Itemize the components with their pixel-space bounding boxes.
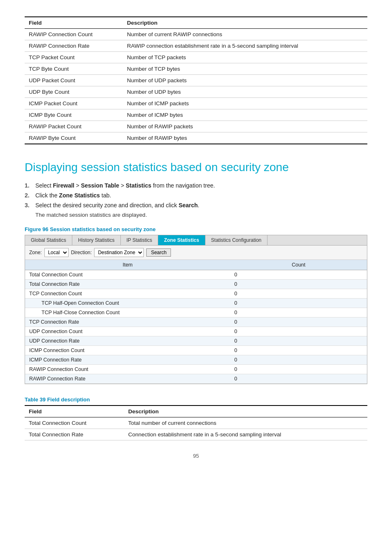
desc-cell: Number of RAWIP bytes — [123, 132, 367, 144]
table-row: ICMP Byte CountNumber of ICMP bytes — [25, 109, 367, 121]
stats-item-label: TCP Connection Rate — [25, 317, 230, 327]
col-description: Description — [123, 17, 367, 29]
field-cell: Total Connection Rate — [25, 429, 124, 440]
field-cell: TCP Packet Count — [25, 52, 123, 63]
field-cell: ICMP Byte Count — [25, 109, 123, 121]
desc-cell: Number of TCP bytes — [123, 63, 367, 75]
stats-row: TCP Connection Rate0 — [25, 317, 367, 327]
col-field: Field — [25, 17, 123, 29]
field-cell: UDP Packet Count — [25, 75, 123, 86]
table39-caption: Table 39 Field description — [25, 396, 367, 403]
stats-row: UDP Connection Rate0 — [25, 336, 367, 346]
tab-statistics-configuration[interactable]: Statistics Configuration — [205, 235, 268, 245]
tab-ip-statistics[interactable]: IP Statistics — [121, 235, 158, 245]
desc-cell: Number of RAWIP packets — [123, 121, 367, 132]
stats-row: RAWIP Connection Rate0 — [25, 374, 367, 384]
table-row: UDP Byte CountNumber of UDP bytes — [25, 86, 367, 98]
table39: Field Description Total Connection Count… — [25, 405, 367, 440]
table-row: Total Connection CountTotal number of cu… — [25, 417, 367, 429]
table-row: Total Connection RateConnection establis… — [25, 429, 367, 440]
step-2: 2. Click the Zone Statistics tab. — [25, 192, 367, 199]
stats-row: TCP Connection Count0 — [25, 289, 367, 299]
stats-item-label: UDP Connection Rate — [25, 336, 230, 346]
stats-row: UDP Connection Count0 — [25, 327, 367, 336]
zone-select[interactable]: Local — [44, 248, 69, 257]
table-row: RAWIP Packet CountNumber of RAWIP packet… — [25, 121, 367, 132]
stats-item-label: RAWIP Connection Rate — [25, 374, 230, 384]
stats-row: RAWIP Connection Count0 — [25, 365, 367, 374]
stats-row: ICMP Connection Rate0 — [25, 355, 367, 365]
steps-list: 1. Select Firewall > Session Table > Sta… — [25, 182, 367, 218]
tab-history-statistics[interactable]: History Statistics — [72, 235, 121, 245]
field-cell: RAWIP Connection Count — [25, 29, 123, 40]
field-cell: RAWIP Packet Count — [25, 121, 123, 132]
stats-item-label: RAWIP Connection Count — [25, 365, 230, 374]
step-2-num: 2. — [25, 192, 32, 199]
desc-cell: Number of ICMP packets — [123, 98, 367, 109]
stats-row: TCP Half-Open Connection Count0 — [25, 299, 367, 308]
field-cell: ICMP Packet Count — [25, 98, 123, 109]
top-reference-table: Field Description RAWIP Connection Count… — [25, 16, 367, 144]
stats-count-value: 0 — [230, 365, 367, 374]
zone-label: Zone: — [29, 250, 42, 255]
stats-count-value: 0 — [230, 270, 367, 280]
stats-count-value: 0 — [230, 299, 367, 308]
table-row: RAWIP Byte CountNumber of RAWIP bytes — [25, 132, 367, 144]
step-1-num: 1. — [25, 182, 32, 189]
desc-cell: Number of TCP packets — [123, 52, 367, 63]
desc-cell: RAWIP connection establishment rate in a… — [123, 40, 367, 52]
table-row: ICMP Packet CountNumber of ICMP packets — [25, 98, 367, 109]
stats-item-label: UDP Connection Count — [25, 327, 230, 336]
t39-col-desc: Description — [124, 406, 367, 417]
page-number: 95 — [25, 453, 367, 459]
stats-row: TCP Half-Close Connection Count0 — [25, 308, 367, 317]
step-3: 3. Select the desired security zone and … — [25, 202, 367, 209]
stats-item-label: TCP Half-Open Connection Count — [25, 299, 230, 308]
figure-caption: Figure 96 Session statistics based on se… — [25, 226, 367, 232]
step-1-text: Select Firewall > Session Table > Statis… — [35, 182, 215, 189]
step-3-sub: The matched session statistics are displ… — [35, 212, 367, 218]
step-2-text: Click the Zone Statistics tab. — [35, 192, 111, 199]
stats-count-value: 0 — [230, 346, 367, 355]
step-3-num: 3. — [25, 202, 32, 209]
table-row: UDP Packet CountNumber of UDP packets — [25, 75, 367, 86]
stats-row: Total Connection Count0 — [25, 270, 367, 280]
stats-item-label: TCP Connection Count — [25, 289, 230, 299]
stats-item-label: ICMP Connection Count — [25, 346, 230, 355]
direction-label: Direction: — [71, 250, 92, 255]
zone-filter-row: Zone: Local Direction: Destination Zone … — [25, 246, 367, 260]
stats-count-value: 0 — [230, 327, 367, 336]
stats-count-value: 0 — [230, 355, 367, 365]
stats-item-label: Total Connection Count — [25, 270, 230, 280]
field-cell: Total Connection Count — [25, 417, 124, 429]
field-cell: UDP Byte Count — [25, 86, 123, 98]
desc-cell: Total number of current connections — [124, 417, 367, 429]
stats-col-count: Count — [230, 260, 367, 270]
stats-row: Total Connection Rate0 — [25, 280, 367, 289]
desc-cell: Number of UDP packets — [123, 75, 367, 86]
stats-count-value: 0 — [230, 336, 367, 346]
stats-item-label: TCP Half-Close Connection Count — [25, 308, 230, 317]
stats-count-value: 0 — [230, 374, 367, 384]
table-row: TCP Byte CountNumber of TCP bytes — [25, 63, 367, 75]
stats-count-value: 0 — [230, 280, 367, 289]
field-cell: RAWIP Byte Count — [25, 132, 123, 144]
stats-item-label: Total Connection Rate — [25, 280, 230, 289]
table-row: RAWIP Connection RateRAWIP connection es… — [25, 40, 367, 52]
stats-col-item: Item — [25, 260, 230, 270]
stats-item-label: ICMP Connection Rate — [25, 355, 230, 365]
step-1: 1. Select Firewall > Session Table > Sta… — [25, 182, 367, 189]
stats-count-value: 0 — [230, 289, 367, 299]
tab-zone-statistics[interactable]: Zone Statistics — [158, 235, 205, 245]
table-row: TCP Packet CountNumber of TCP packets — [25, 52, 367, 63]
table-row: RAWIP Connection CountNumber of current … — [25, 29, 367, 40]
search-button[interactable]: Search — [146, 248, 171, 257]
direction-select[interactable]: Destination Zone — [94, 248, 144, 257]
tab-bar: Global StatisticsHistory StatisticsIP St… — [25, 235, 367, 246]
tab-global-statistics[interactable]: Global Statistics — [25, 235, 72, 245]
stats-count-value: 0 — [230, 308, 367, 317]
stats-table: Item Count Total Connection Count0Total … — [25, 260, 367, 384]
stats-count-value: 0 — [230, 317, 367, 327]
stats-row: ICMP Connection Count0 — [25, 346, 367, 355]
section-title: Displaying session statistics based on s… — [25, 161, 367, 174]
